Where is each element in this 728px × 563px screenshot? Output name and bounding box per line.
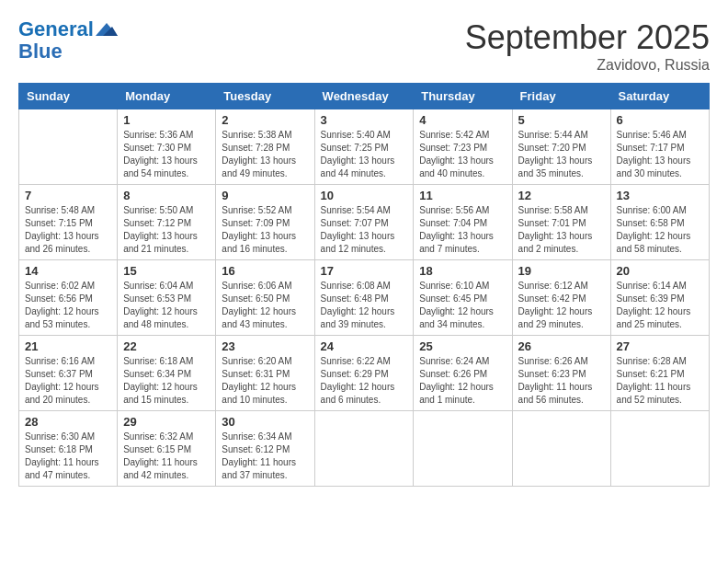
day-number: 27 bbox=[617, 339, 703, 353]
day-number: 15 bbox=[123, 264, 210, 278]
calendar-cell: 1Sunrise: 5:36 AM Sunset: 7:30 PM Daylig… bbox=[118, 109, 216, 185]
calendar-week-row: 7Sunrise: 5:48 AM Sunset: 7:15 PM Daylig… bbox=[19, 185, 710, 260]
day-number: 17 bbox=[321, 264, 408, 278]
calendar-cell: 21Sunrise: 6:16 AM Sunset: 6:37 PM Dayli… bbox=[19, 336, 118, 411]
calendar-cell: 13Sunrise: 6:00 AM Sunset: 6:58 PM Dayli… bbox=[610, 185, 709, 260]
day-number: 10 bbox=[321, 189, 408, 202]
day-number: 3 bbox=[321, 113, 408, 127]
day-number: 30 bbox=[222, 415, 308, 429]
calendar-cell: 20Sunrise: 6:14 AM Sunset: 6:39 PM Dayli… bbox=[610, 260, 709, 336]
day-info: Sunrise: 5:50 AM Sunset: 7:12 PM Dayligh… bbox=[123, 204, 210, 256]
weekday-header: Tuesday bbox=[216, 84, 314, 109]
calendar-cell: 23Sunrise: 6:20 AM Sunset: 6:31 PM Dayli… bbox=[216, 336, 314, 411]
weekday-header: Monday bbox=[118, 84, 216, 109]
calendar-header-row: SundayMondayTuesdayWednesdayThursdayFrid… bbox=[19, 84, 710, 109]
day-number: 21 bbox=[25, 339, 111, 353]
day-number: 5 bbox=[518, 113, 605, 127]
day-number: 9 bbox=[222, 189, 308, 202]
calendar-cell: 18Sunrise: 6:10 AM Sunset: 6:45 PM Dayli… bbox=[414, 260, 512, 336]
calendar-cell bbox=[414, 411, 512, 487]
day-info: Sunrise: 5:40 AM Sunset: 7:25 PM Dayligh… bbox=[321, 129, 408, 180]
day-number: 12 bbox=[518, 189, 605, 202]
calendar-cell: 17Sunrise: 6:08 AM Sunset: 6:48 PM Dayli… bbox=[314, 260, 414, 336]
day-info: Sunrise: 6:16 AM Sunset: 6:37 PM Dayligh… bbox=[25, 355, 111, 407]
calendar-cell: 15Sunrise: 6:04 AM Sunset: 6:53 PM Dayli… bbox=[118, 260, 216, 336]
page-header: General Blue September 2025 Zavidovo, Ru… bbox=[18, 18, 710, 74]
day-info: Sunrise: 6:06 AM Sunset: 6:50 PM Dayligh… bbox=[222, 280, 308, 331]
calendar-week-row: 28Sunrise: 6:30 AM Sunset: 6:18 PM Dayli… bbox=[19, 411, 710, 487]
calendar-week-row: 1Sunrise: 5:36 AM Sunset: 7:30 PM Daylig… bbox=[19, 109, 710, 185]
day-number: 26 bbox=[518, 339, 605, 353]
day-info: Sunrise: 5:38 AM Sunset: 7:28 PM Dayligh… bbox=[222, 129, 308, 180]
calendar-cell bbox=[610, 411, 709, 487]
weekday-header: Thursday bbox=[414, 84, 512, 109]
logo-icon bbox=[96, 23, 118, 36]
day-info: Sunrise: 5:54 AM Sunset: 7:07 PM Dayligh… bbox=[321, 204, 408, 256]
calendar-cell: 6Sunrise: 5:46 AM Sunset: 7:17 PM Daylig… bbox=[610, 109, 709, 185]
day-number: 23 bbox=[222, 339, 308, 353]
calendar-cell bbox=[19, 109, 118, 185]
day-info: Sunrise: 5:56 AM Sunset: 7:04 PM Dayligh… bbox=[419, 204, 506, 256]
calendar-cell: 14Sunrise: 6:02 AM Sunset: 6:56 PM Dayli… bbox=[19, 260, 118, 336]
calendar-cell: 19Sunrise: 6:12 AM Sunset: 6:42 PM Dayli… bbox=[512, 260, 610, 336]
calendar-cell: 4Sunrise: 5:42 AM Sunset: 7:23 PM Daylig… bbox=[414, 109, 512, 185]
weekday-header: Friday bbox=[512, 84, 610, 109]
calendar-cell: 22Sunrise: 6:18 AM Sunset: 6:34 PM Dayli… bbox=[118, 336, 216, 411]
calendar-week-row: 21Sunrise: 6:16 AM Sunset: 6:37 PM Dayli… bbox=[19, 336, 710, 411]
day-info: Sunrise: 5:46 AM Sunset: 7:17 PM Dayligh… bbox=[617, 129, 703, 180]
calendar-cell: 2Sunrise: 5:38 AM Sunset: 7:28 PM Daylig… bbox=[216, 109, 314, 185]
day-number: 7 bbox=[25, 189, 111, 202]
day-info: Sunrise: 5:42 AM Sunset: 7:23 PM Dayligh… bbox=[419, 129, 506, 180]
day-info: Sunrise: 6:22 AM Sunset: 6:29 PM Dayligh… bbox=[321, 355, 408, 407]
day-info: Sunrise: 6:34 AM Sunset: 6:12 PM Dayligh… bbox=[222, 431, 308, 482]
calendar-cell: 28Sunrise: 6:30 AM Sunset: 6:18 PM Dayli… bbox=[19, 411, 118, 487]
weekday-header: Saturday bbox=[610, 84, 709, 109]
calendar-cell: 16Sunrise: 6:06 AM Sunset: 6:50 PM Dayli… bbox=[216, 260, 314, 336]
day-number: 19 bbox=[518, 264, 605, 278]
day-number: 25 bbox=[419, 339, 506, 353]
day-info: Sunrise: 6:32 AM Sunset: 6:15 PM Dayligh… bbox=[123, 431, 210, 482]
day-info: Sunrise: 6:20 AM Sunset: 6:31 PM Dayligh… bbox=[222, 355, 308, 407]
day-info: Sunrise: 6:00 AM Sunset: 6:58 PM Dayligh… bbox=[617, 204, 703, 256]
day-info: Sunrise: 6:08 AM Sunset: 6:48 PM Dayligh… bbox=[321, 280, 408, 331]
weekday-header: Sunday bbox=[19, 84, 118, 109]
calendar-cell: 25Sunrise: 6:24 AM Sunset: 6:26 PM Dayli… bbox=[414, 336, 512, 411]
calendar-week-row: 14Sunrise: 6:02 AM Sunset: 6:56 PM Dayli… bbox=[19, 260, 710, 336]
logo: General Blue bbox=[18, 18, 118, 63]
day-info: Sunrise: 5:36 AM Sunset: 7:30 PM Dayligh… bbox=[123, 129, 210, 180]
calendar-cell: 7Sunrise: 5:48 AM Sunset: 7:15 PM Daylig… bbox=[19, 185, 118, 260]
day-info: Sunrise: 6:18 AM Sunset: 6:34 PM Dayligh… bbox=[123, 355, 210, 407]
day-info: Sunrise: 5:44 AM Sunset: 7:20 PM Dayligh… bbox=[518, 129, 605, 180]
calendar-cell: 12Sunrise: 5:58 AM Sunset: 7:01 PM Dayli… bbox=[512, 185, 610, 260]
calendar-cell bbox=[512, 411, 610, 487]
calendar-cell bbox=[314, 411, 414, 487]
location: Zavidovo, Russia bbox=[465, 57, 710, 74]
title-section: September 2025 Zavidovo, Russia bbox=[465, 18, 710, 74]
day-info: Sunrise: 6:02 AM Sunset: 6:56 PM Dayligh… bbox=[25, 280, 111, 331]
day-info: Sunrise: 6:14 AM Sunset: 6:39 PM Dayligh… bbox=[617, 280, 703, 331]
day-number: 2 bbox=[222, 113, 308, 127]
day-number: 16 bbox=[222, 264, 308, 278]
day-number: 11 bbox=[419, 189, 506, 202]
weekday-header: Wednesday bbox=[314, 84, 414, 109]
day-info: Sunrise: 6:04 AM Sunset: 6:53 PM Dayligh… bbox=[123, 280, 210, 331]
day-number: 4 bbox=[419, 113, 506, 127]
day-info: Sunrise: 5:58 AM Sunset: 7:01 PM Dayligh… bbox=[518, 204, 605, 256]
day-number: 13 bbox=[617, 189, 703, 202]
day-number: 20 bbox=[617, 264, 703, 278]
day-info: Sunrise: 6:26 AM Sunset: 6:23 PM Dayligh… bbox=[518, 355, 605, 407]
day-info: Sunrise: 5:48 AM Sunset: 7:15 PM Dayligh… bbox=[25, 204, 111, 256]
day-number: 18 bbox=[419, 264, 506, 278]
day-number: 28 bbox=[25, 415, 111, 429]
calendar-table: SundayMondayTuesdayWednesdayThursdayFrid… bbox=[18, 83, 710, 487]
day-info: Sunrise: 6:30 AM Sunset: 6:18 PM Dayligh… bbox=[25, 431, 111, 482]
calendar-cell: 10Sunrise: 5:54 AM Sunset: 7:07 PM Dayli… bbox=[314, 185, 414, 260]
day-number: 1 bbox=[123, 113, 210, 127]
day-info: Sunrise: 6:12 AM Sunset: 6:42 PM Dayligh… bbox=[518, 280, 605, 331]
day-number: 14 bbox=[25, 264, 111, 278]
calendar-cell: 11Sunrise: 5:56 AM Sunset: 7:04 PM Dayli… bbox=[414, 185, 512, 260]
day-info: Sunrise: 6:28 AM Sunset: 6:21 PM Dayligh… bbox=[617, 355, 703, 407]
day-number: 8 bbox=[123, 189, 210, 202]
day-number: 24 bbox=[321, 339, 408, 353]
calendar-cell: 27Sunrise: 6:28 AM Sunset: 6:21 PM Dayli… bbox=[610, 336, 709, 411]
